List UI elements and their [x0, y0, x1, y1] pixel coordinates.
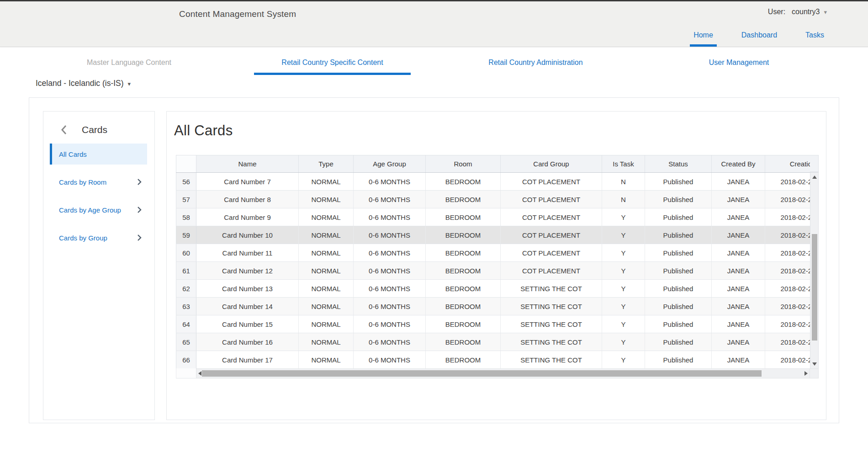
cell-age-group[interactable]: 0-6 MONTHS [354, 280, 426, 298]
language-selector[interactable]: Iceland - Icelandic (is-IS)▾ [36, 79, 131, 88]
tab-user-management[interactable]: User Management [682, 59, 797, 75]
cell-type[interactable]: NORMAL [299, 208, 354, 226]
cell-age-group[interactable]: 0-6 MONTHS [354, 333, 426, 351]
cell-type[interactable]: NORMAL [299, 244, 354, 262]
cell-name[interactable]: Card Number 9 [196, 208, 299, 226]
tab-retail-country-administration[interactable]: Retail Country Administration [461, 59, 610, 75]
tab-retail-country-specific-content[interactable]: Retail Country Specific Content [254, 59, 410, 75]
cell-row-number[interactable]: 65 [176, 333, 196, 351]
nav-item-home[interactable]: Home [690, 31, 717, 47]
vertical-scrollbar-thumb[interactable] [812, 234, 817, 341]
cell-status[interactable]: Published [645, 208, 712, 226]
cell-age-group[interactable]: 0-6 MONTHS [354, 226, 426, 244]
cell-age-group[interactable]: 0-6 MONTHS [354, 351, 426, 369]
cell-card-group[interactable]: SETTING THE COT [501, 351, 602, 369]
vertical-scrollbar[interactable] [810, 172, 819, 368]
scroll-right-button[interactable] [804, 369, 808, 378]
table-row[interactable]: 62Card Number 13NORMAL0-6 MONTHSBEDROOMS… [176, 280, 810, 298]
cell-created-by[interactable]: JANEA [712, 191, 765, 208]
cell-type[interactable]: NORMAL [299, 333, 354, 351]
cell-name[interactable]: Card Number 10 [196, 226, 299, 244]
cell-type[interactable]: NORMAL [299, 226, 354, 244]
cell-is-task[interactable]: Y [602, 315, 645, 333]
cell-is-task[interactable]: Y [602, 333, 645, 351]
cell-room[interactable]: BEDROOM [426, 280, 501, 298]
cell-created-by[interactable]: JANEA [712, 333, 765, 351]
cell-row-number[interactable]: 66 [176, 351, 196, 369]
cell-room[interactable]: BEDROOM [426, 244, 501, 262]
cell-is-task[interactable]: Y [602, 244, 645, 262]
table-row[interactable]: 64Card Number 15NORMAL0-6 MONTHSBEDROOMS… [176, 315, 810, 333]
cell-row-number[interactable]: 63 [176, 298, 196, 315]
cell-card-group[interactable]: COT PLACEMENT [501, 191, 602, 208]
cell-name[interactable]: Card Number 11 [196, 244, 299, 262]
cell-type[interactable]: NORMAL [299, 298, 354, 315]
column-header-type[interactable]: Type [299, 155, 354, 173]
cell-created-by[interactable]: JANEA [712, 262, 765, 280]
scroll-down-button[interactable] [810, 360, 818, 367]
cell-status[interactable]: Published [645, 315, 712, 333]
column-header-card-group[interactable]: Card Group [501, 155, 602, 173]
cell-room[interactable]: BEDROOM [426, 208, 501, 226]
nav-item-dashboard[interactable]: Dashboard [738, 31, 781, 47]
cell-creation[interactable]: 2018-02-2 [765, 333, 810, 351]
cell-room[interactable]: BEDROOM [426, 333, 501, 351]
column-header-created-by[interactable]: Created By [712, 155, 765, 173]
cell-age-group[interactable]: 0-6 MONTHS [354, 191, 426, 208]
cell-room[interactable]: BEDROOM [426, 191, 501, 208]
scroll-left-button[interactable] [198, 369, 201, 378]
cell-is-task[interactable]: N [602, 191, 645, 208]
cell-created-by[interactable]: JANEA [712, 351, 765, 369]
cell-status[interactable]: Published [645, 298, 712, 315]
cell-status[interactable]: Published [645, 226, 712, 244]
tab-master-language-content[interactable]: Master Language Content [59, 59, 199, 75]
table-row[interactable]: 59Card Number 10NORMAL0-6 MONTHSBEDROOMC… [176, 226, 810, 244]
cell-card-group[interactable]: SETTING THE COT [501, 280, 602, 298]
table-row[interactable]: 58Card Number 9NORMAL0-6 MONTHSBEDROOMCO… [176, 208, 810, 226]
cell-creation[interactable]: 2018-02-2 [765, 315, 810, 333]
cell-row-number[interactable]: 57 [176, 191, 196, 208]
cell-creation[interactable]: 2018-02-2 [765, 262, 810, 280]
cell-row-number[interactable]: 60 [176, 244, 196, 262]
cell-is-task[interactable]: Y [602, 208, 645, 226]
column-header-room[interactable]: Room [426, 155, 501, 173]
cell-type[interactable]: NORMAL [299, 173, 354, 191]
cell-status[interactable]: Published [645, 173, 712, 191]
cell-card-group[interactable]: COT PLACEMENT [501, 244, 602, 262]
horizontal-scrollbar[interactable] [196, 368, 810, 378]
cell-row-number[interactable]: 64 [176, 315, 196, 333]
cell-row-number[interactable]: 61 [176, 262, 196, 280]
table-row[interactable]: 56Card Number 7NORMAL0-6 MONTHSBEDROOMCO… [176, 173, 810, 191]
cell-room[interactable]: BEDROOM [426, 315, 501, 333]
cell-status[interactable]: Published [645, 262, 712, 280]
cell-type[interactable]: NORMAL [299, 280, 354, 298]
cell-creation[interactable]: 2018-02-2 [765, 173, 810, 191]
cell-status[interactable]: Published [645, 333, 712, 351]
table-row[interactable]: 60Card Number 11NORMAL0-6 MONTHSBEDROOMC… [176, 244, 810, 262]
cell-creation[interactable]: 2018-02-2 [765, 208, 810, 226]
cell-is-task[interactable]: Y [602, 226, 645, 244]
sidebar-item-all-cards[interactable]: All Cards [50, 144, 147, 165]
cell-status[interactable]: Published [645, 280, 712, 298]
cell-row-number[interactable]: 62 [176, 280, 196, 298]
column-header-age-group[interactable]: Age Group [354, 155, 426, 173]
horizontal-scrollbar-thumb[interactable] [202, 370, 762, 377]
scroll-up-button[interactable] [810, 173, 818, 181]
cell-is-task[interactable]: Y [602, 351, 645, 369]
cell-age-group[interactable]: 0-6 MONTHS [354, 208, 426, 226]
cell-card-group[interactable]: COT PLACEMENT [501, 226, 602, 244]
chevron-left-icon[interactable] [61, 125, 67, 135]
user-menu[interactable]: User:country3▾ [768, 8, 827, 16]
cell-status[interactable]: Published [645, 351, 712, 369]
cell-card-group[interactable]: COT PLACEMENT [501, 208, 602, 226]
cell-creation[interactable]: 2018-02-2 [765, 298, 810, 315]
cell-row-number[interactable]: 59 [176, 226, 196, 244]
cell-name[interactable]: Card Number 8 [196, 191, 299, 208]
cell-room[interactable]: BEDROOM [426, 262, 501, 280]
table-row[interactable]: 66Card Number 17NORMAL0-6 MONTHSBEDROOMS… [176, 351, 810, 369]
cell-card-group[interactable]: COT PLACEMENT [501, 262, 602, 280]
column-header-is-task[interactable]: Is Task [602, 155, 645, 173]
cell-created-by[interactable]: JANEA [712, 280, 765, 298]
cell-created-by[interactable]: JANEA [712, 208, 765, 226]
cell-card-group[interactable]: SETTING THE COT [501, 298, 602, 315]
